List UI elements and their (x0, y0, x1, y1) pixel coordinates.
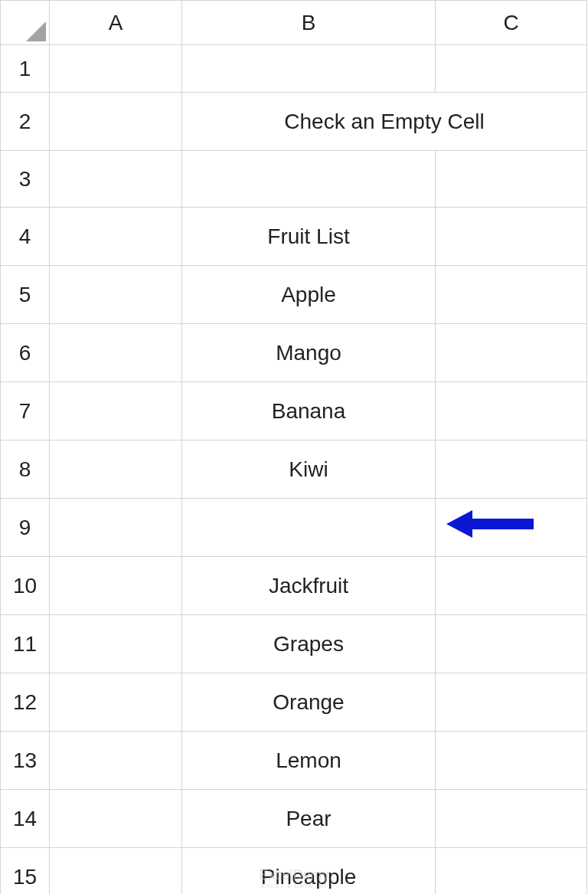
cell-C13[interactable] (436, 732, 587, 790)
row-header-1[interactable]: 1 (1, 45, 50, 93)
cell-B7[interactable]: Banana (182, 382, 436, 440)
col-header-A[interactable]: A (50, 1, 182, 45)
cell-B14[interactable]: Pear (182, 790, 436, 848)
cell-A11[interactable] (50, 615, 182, 673)
cell-A7[interactable] (50, 382, 182, 440)
cell-B12[interactable]: Orange (182, 673, 436, 732)
row-header-4[interactable]: 4 (1, 208, 50, 266)
cell-A4[interactable] (50, 208, 182, 266)
cell-C3[interactable] (436, 151, 587, 208)
col-header-C[interactable]: C (436, 1, 587, 45)
row-header-5[interactable]: 5 (1, 266, 50, 324)
cell-B10[interactable]: Jackfruit (182, 557, 436, 615)
cell-A9[interactable] (50, 499, 182, 557)
cell-B6[interactable]: Mango (182, 324, 436, 382)
cell-A12[interactable] (50, 673, 182, 732)
cell-A3[interactable] (50, 151, 182, 208)
row-header-3[interactable]: 3 (1, 151, 50, 208)
col-header-B[interactable]: B (182, 1, 436, 45)
row-header-13[interactable]: 13 (1, 732, 50, 790)
cell-B13[interactable]: Lemon (182, 732, 436, 790)
cell-B1[interactable] (182, 45, 436, 93)
cell-A13[interactable] (50, 732, 182, 790)
cell-B15[interactable]: Pineapple (182, 848, 436, 895)
cell-B3[interactable] (182, 151, 436, 208)
select-all-corner[interactable] (1, 1, 50, 45)
cell-C12[interactable] (436, 673, 587, 732)
cell-B5[interactable]: Apple (182, 266, 436, 324)
row-header-8[interactable]: 8 (1, 440, 50, 499)
cell-A8[interactable] (50, 440, 182, 499)
title-cell[interactable]: Check an Empty Cell (182, 93, 587, 151)
cell-C15[interactable] (436, 848, 587, 895)
row-header-11[interactable]: 11 (1, 615, 50, 673)
spreadsheet-grid[interactable]: A B C 1 2 Check an Empty Cell 3 4 Fruit … (0, 0, 587, 894)
row-header-6[interactable]: 6 (1, 324, 50, 382)
cell-C6[interactable] (436, 324, 587, 382)
cell-A10[interactable] (50, 557, 182, 615)
cell-B9-empty[interactable] (182, 499, 436, 557)
row-header-9[interactable]: 9 (1, 499, 50, 557)
row-header-14[interactable]: 14 (1, 790, 50, 848)
cell-C9[interactable] (436, 499, 587, 557)
cell-C14[interactable] (436, 790, 587, 848)
cell-A5[interactable] (50, 266, 182, 324)
row-header-12[interactable]: 12 (1, 673, 50, 732)
cell-A1[interactable] (50, 45, 182, 93)
row-header-2[interactable]: 2 (1, 93, 50, 151)
cell-A2[interactable] (50, 93, 182, 151)
row-header-7[interactable]: 7 (1, 382, 50, 440)
row-header-10[interactable]: 10 (1, 557, 50, 615)
row-header-15[interactable]: 15 (1, 848, 50, 895)
cell-C5[interactable] (436, 266, 587, 324)
cell-B8[interactable]: Kiwi (182, 440, 436, 499)
cell-C11[interactable] (436, 615, 587, 673)
cell-A6[interactable] (50, 324, 182, 382)
cell-A15[interactable] (50, 848, 182, 895)
cell-A14[interactable] (50, 790, 182, 848)
cell-C7[interactable] (436, 382, 587, 440)
cell-C4[interactable] (436, 208, 587, 266)
cell-C8[interactable] (436, 440, 587, 499)
cell-B11[interactable]: Grapes (182, 615, 436, 673)
cell-C10[interactable] (436, 557, 587, 615)
cell-C1[interactable] (436, 45, 587, 93)
table-header[interactable]: Fruit List (182, 208, 436, 266)
